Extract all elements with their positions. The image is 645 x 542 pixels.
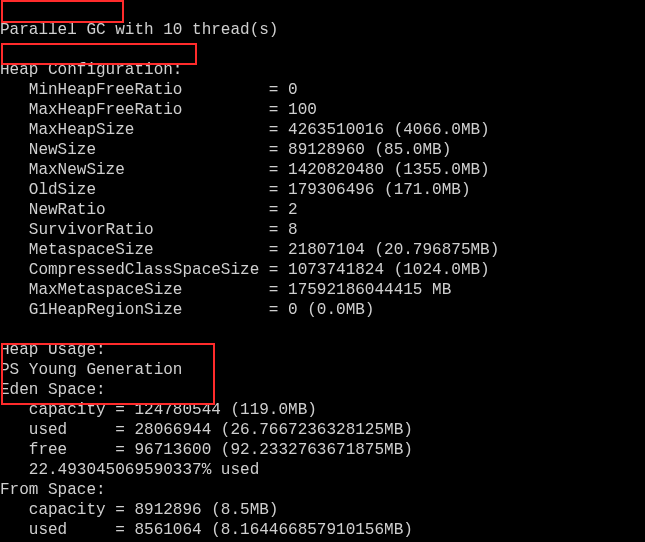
terminal-output: Parallel GC with 10 thread(s) Heap Confi…: [0, 0, 645, 542]
from-space-header: From Space:: [0, 481, 106, 499]
ps-young-gen-header: PS Young Generation: [0, 361, 182, 379]
heap-config-block: MinHeapFreeRatio = 0 MaxHeapFreeRatio = …: [0, 81, 499, 319]
eden-space-header: Eden Space:: [0, 381, 106, 399]
from-space-block: capacity = 8912896 (8.5MB) used = 856106…: [0, 501, 413, 542]
heap-usage-header: Heap Usage:: [0, 341, 106, 359]
heap-config-header: Heap Configuration:: [0, 61, 182, 79]
parallel-gc-line: Parallel GC with 10 thread(s): [0, 21, 278, 39]
eden-space-block: capacity = 124780544 (119.0MB) used = 28…: [0, 401, 413, 479]
